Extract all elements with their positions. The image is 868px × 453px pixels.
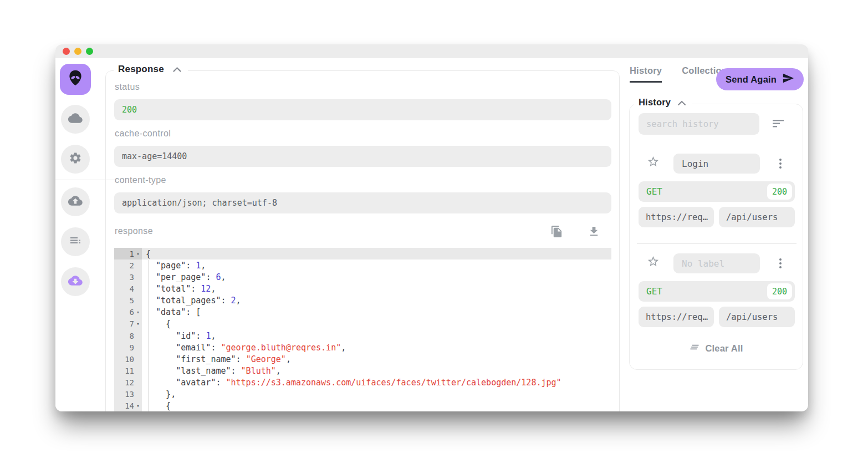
copy-response-button[interactable] — [550, 225, 563, 240]
kebab-menu-icon[interactable] — [774, 156, 787, 171]
history-item[interactable]: Login GET 200 https://req… /api/users — [630, 154, 803, 227]
sort-history-button[interactable] — [770, 117, 786, 131]
history-item[interactable]: No label GET 200 https://req… /api/users — [630, 253, 803, 327]
code-line-content: "total": 12, — [142, 284, 611, 294]
history-item-url-host: https://req… — [639, 207, 714, 227]
line-number-gutter: 1▾ — [114, 248, 142, 259]
cloud-icon — [68, 111, 83, 128]
line-number-gutter: 7▾ — [114, 318, 142, 330]
fold-toggle-icon[interactable]: ▾ — [134, 321, 142, 327]
cache-control-field-label: cache-control — [115, 129, 171, 139]
fold-toggle-icon[interactable]: ▾ — [134, 251, 142, 257]
history-item-label[interactable]: No label — [673, 253, 760, 273]
app-window: Response status 200 cache-control max-ag… — [55, 44, 808, 411]
response-panel-header: Response — [114, 64, 188, 75]
code-line-content: "data": [ — [142, 307, 611, 317]
code-line[interactable]: 2 "page": 1, — [114, 259, 611, 271]
line-number: 14 — [125, 401, 134, 410]
code-line[interactable]: 12 "avatar": "https://s3.amazonaws.com/u… — [114, 377, 611, 389]
code-line[interactable]: 1▾{ — [114, 248, 611, 259]
star-icon[interactable] — [647, 255, 660, 269]
code-line[interactable]: 11 "last_name": "Bluth", — [114, 365, 611, 376]
line-number-gutter: 14▾ — [114, 400, 142, 411]
sort-icon — [772, 119, 784, 130]
window-titlebar — [55, 44, 808, 58]
code-line-content: "id": 1, — [142, 331, 611, 341]
code-line-content: { — [142, 249, 611, 259]
code-line[interactable]: 3 "per_page": 6, — [114, 271, 611, 283]
sidebar-item-upload[interactable] — [61, 187, 90, 216]
kebab-menu-icon[interactable] — [774, 256, 787, 271]
fold-toggle-icon[interactable]: ▾ — [134, 403, 142, 409]
code-line-content: "avatar": "https://s3.amazonaws.com/uifa… — [142, 378, 611, 388]
sidebar — [55, 58, 105, 411]
sidebar-item-requests[interactable] — [61, 105, 90, 134]
cloud-upload-icon — [68, 194, 83, 210]
line-number-gutter: 10 — [114, 353, 142, 365]
sidebar-item-logs[interactable] — [61, 227, 90, 256]
send-again-button[interactable]: Send Again — [716, 68, 804, 90]
code-line[interactable]: 14▾ { — [114, 400, 611, 411]
history-item-url-path: /api/users — [719, 207, 795, 227]
status-badge: 200 — [767, 184, 792, 200]
code-line-content: "per_page": 6, — [142, 272, 611, 282]
cloud-download-icon — [68, 273, 83, 290]
maximize-window-button[interactable] — [86, 48, 93, 55]
response-panel-title: Response — [118, 64, 164, 75]
code-line[interactable]: 6▾ "data": [ — [114, 307, 611, 318]
collapse-response-button[interactable] — [173, 64, 181, 75]
line-number: 9 — [130, 343, 134, 352]
content-type-field-value: application/json; charset=utf-8 — [114, 192, 611, 213]
code-line[interactable]: 4 "total": 12, — [114, 283, 611, 294]
line-number-gutter: 11 — [114, 365, 142, 376]
status-field-value: 200 — [114, 99, 611, 120]
star-icon[interactable] — [647, 155, 660, 170]
code-line[interactable]: 8 "id": 1, — [114, 330, 611, 342]
code-line[interactable]: 10 "first_name": "George", — [114, 353, 611, 365]
send-again-label: Send Again — [726, 74, 777, 85]
code-line[interactable]: 7▾ { — [114, 318, 611, 330]
minimize-window-button[interactable] — [74, 48, 81, 55]
history-item-url-path: /api/users — [719, 307, 795, 327]
tab-history[interactable]: History — [630, 65, 662, 83]
search-history-input[interactable] — [639, 113, 759, 135]
logs-list-icon — [69, 234, 82, 250]
line-number: 8 — [130, 332, 134, 340]
line-number-gutter: 9 — [114, 342, 142, 353]
settings-gear-icon — [69, 151, 82, 167]
collapse-history-button[interactable] — [678, 97, 686, 108]
line-number: 10 — [125, 355, 134, 364]
status-field-label: status — [115, 82, 140, 92]
line-number-gutter: 3 — [114, 271, 142, 283]
line-number-gutter: 2 — [114, 259, 142, 271]
code-line[interactable]: 9 "email": "george.bluth@reqres.in", — [114, 342, 611, 353]
history-item-label[interactable]: Login — [673, 154, 760, 174]
clear-all-button[interactable]: Clear All — [630, 342, 803, 355]
send-icon — [782, 72, 794, 86]
sidebar-item-settings[interactable] — [61, 145, 90, 174]
desktop: Response status 200 cache-control max-ag… — [0, 0, 868, 453]
response-code-editor[interactable]: 1▾{2 "page": 1,3 "per_page": 6,4 "total"… — [114, 248, 611, 411]
code-line[interactable]: 13 }, — [114, 389, 611, 400]
history-item-url-host: https://req… — [639, 307, 714, 327]
download-response-button[interactable] — [588, 225, 600, 240]
line-number: 12 — [125, 378, 134, 387]
code-line[interactable]: 5 "total_pages": 2, — [114, 295, 611, 307]
line-number-gutter: 5 — [114, 295, 142, 307]
method-label: GET — [646, 186, 662, 197]
sidebar-item-download[interactable] — [61, 267, 90, 296]
sidebar-item-home[interactable] — [60, 64, 91, 95]
code-line-content: }, — [142, 389, 611, 399]
line-number-gutter: 4 — [114, 283, 142, 294]
history-item-divider — [637, 243, 796, 244]
line-number: 4 — [130, 284, 134, 293]
code-line-content: { — [142, 319, 611, 329]
fold-toggle-icon[interactable]: ▾ — [134, 309, 142, 315]
code-line-content: "page": 1, — [142, 261, 611, 271]
close-window-button[interactable] — [63, 48, 70, 55]
clear-all-label: Clear All — [705, 343, 743, 354]
history-panel-header: History — [634, 97, 692, 108]
cache-control-field-value: max-age=14400 — [114, 146, 611, 167]
code-line-content: "email": "george.bluth@reqres.in", — [142, 343, 611, 353]
history-panel-title: History — [639, 97, 671, 108]
